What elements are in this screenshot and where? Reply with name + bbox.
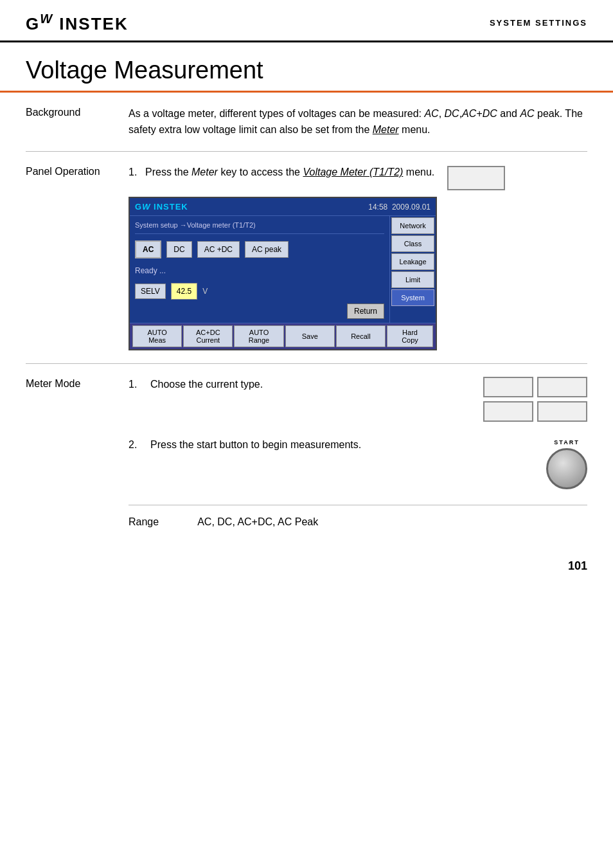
meter-mode-content: 1. Choose the current type. 2. Press the… (129, 377, 587, 534)
lcd-bot-acdc-current[interactable]: AC+DCCurrent (183, 325, 233, 347)
lcd-screen: GW INSTEK 14:58 2009.09.01 System setup … (129, 197, 437, 350)
background-label: Background (26, 105, 129, 138)
lcd-sidebar-limit[interactable]: Limit (391, 271, 434, 288)
lcd-time: 14:58 2009.09.01 (368, 201, 431, 213)
lcd-breadcrumb: System setup →Voltage meter (T1/T2) (135, 220, 384, 234)
bg-italic-ac: AC (424, 108, 438, 119)
page-title-section: Voltage Measurement (0, 42, 613, 93)
step1-underline: Voltage Meter (T1/T2) (303, 167, 403, 177)
lcd-bot-recall[interactable]: Recall (336, 325, 386, 347)
lcd-btn-ac[interactable]: AC (135, 240, 161, 258)
meter-step-2: 2. Press the start button to begin measu… (129, 437, 587, 490)
device-btn-2 (537, 377, 587, 397)
system-settings-label: SYSTEM SETTINGS (490, 18, 587, 28)
bg-italic-acdc: AC+DC (462, 108, 497, 119)
lcd-selv-row: SELV 42.5 V (135, 283, 384, 300)
step1-text1: Press the (145, 167, 191, 177)
lcd-bot-save[interactable]: Save (285, 325, 335, 347)
lcd-sidebar-leakage[interactable]: Leakage (391, 253, 434, 270)
panel-operation-row: Panel Operation 1. Press the Meter key t… (26, 152, 587, 364)
logo: GW INSTEK (26, 12, 129, 34)
background-content: As a voltage meter, different types of v… (129, 105, 587, 138)
lcd-header: GW INSTEK 14:58 2009.09.01 (130, 198, 436, 217)
lcd-sidebar-network[interactable]: Network (391, 217, 434, 234)
page-number: 101 (568, 559, 587, 573)
lcd-btn-acpeak[interactable]: AC peak (245, 241, 289, 258)
meter-step-1: 1. Choose the current type. (129, 377, 587, 422)
step1-text3: menu. (403, 167, 434, 177)
meter-step-1-row: 1. Choose the current type. (129, 377, 587, 422)
step1-italic: Meter (191, 167, 218, 177)
lcd-main: System setup →Voltage meter (T1/T2) AC D… (130, 216, 389, 323)
panel-operation-label: Panel Operation (26, 165, 129, 350)
lcd-mode-buttons: AC DC AC +DC AC peak (135, 240, 384, 258)
lcd-return-row: Return (135, 303, 384, 319)
range-label: Range (129, 514, 159, 530)
bg-text-part1: As a voltage meter, different types of v… (129, 108, 424, 119)
lcd-ready: Ready ... (135, 265, 384, 276)
meter-step1-number: 1. (129, 377, 140, 392)
device-btn-3 (483, 401, 533, 422)
start-button-container: START (546, 439, 587, 490)
bg-text-end: menu. (399, 124, 431, 135)
bg-italic-ac2: AC (520, 108, 534, 119)
device-btn-1 (483, 377, 533, 397)
background-row: Background As a voltage meter, different… (26, 93, 587, 152)
lcd-btn-acdc[interactable]: AC +DC (197, 241, 240, 258)
content-area: Background As a voltage meter, different… (0, 93, 613, 547)
bg-mid3: and (497, 108, 520, 119)
page-header: GW INSTEK SYSTEM SETTINGS (0, 0, 613, 42)
lcd-selv-button[interactable]: SELV (135, 284, 166, 299)
page-footer: 101 (0, 547, 613, 579)
bg-link-meter[interactable]: Meter (373, 124, 399, 135)
lcd-bot-auto-range[interactable]: AUTORange (234, 325, 283, 347)
start-circle-button[interactable] (546, 448, 587, 489)
range-value: AC, DC, AC+DC, AC Peak (197, 514, 318, 530)
bg-mid1: , (439, 108, 445, 119)
step1-number: 1. (129, 165, 140, 180)
lcd-sidebar-system[interactable]: System (391, 289, 434, 306)
meter-step1-text: Choose the current type. (150, 377, 466, 392)
lcd-sidebar: Network Class Leakage Limit System (389, 216, 436, 323)
lcd-bot-hard-copy[interactable]: HardCopy (387, 325, 433, 347)
lcd-selv-value: 42.5 (171, 283, 197, 300)
panel-step-1: 1. Press the Meter key to access the Vol… (129, 165, 587, 190)
range-row: Range AC, DC, AC+DC, AC Peak (129, 505, 587, 534)
lcd-body: System setup →Voltage meter (T1/T2) AC D… (130, 216, 436, 323)
meter-mode-label: Meter Mode (26, 377, 129, 534)
meter-mode-row: Meter Mode 1. Choose the current type. (26, 364, 587, 547)
panel-operation-content: 1. Press the Meter key to access the Vol… (129, 165, 587, 350)
lcd-btn-dc[interactable]: DC (166, 241, 191, 258)
lcd-bottom-bar: AUTOMeas AC+DCCurrent AUTORange Save Rec… (130, 323, 436, 349)
meter-step2-text: Press the start button to begin measurem… (150, 437, 523, 453)
step1-text: Press the Meter key to access the Voltag… (145, 165, 434, 180)
lcd-logo: GW INSTEK (135, 201, 188, 213)
start-label: START (554, 439, 579, 448)
page-title: Voltage Measurement (26, 57, 587, 84)
lcd-sidebar-class[interactable]: Class (391, 235, 434, 252)
device-button-rect (447, 166, 505, 190)
bg-italic-dc: DC (445, 108, 459, 119)
device-btn-4 (537, 401, 587, 422)
step1-text2: key to access the (218, 167, 303, 177)
device-buttons-grid (483, 377, 587, 422)
lcd-return-button[interactable]: Return (347, 303, 384, 319)
lcd-bot-auto-meas[interactable]: AUTOMeas (132, 325, 182, 347)
logo-gw: GW INSTEK (26, 14, 129, 33)
meter-step2-number: 2. (129, 437, 140, 453)
lcd-selv-unit: V (202, 285, 208, 297)
meter-step-2-row: 2. Press the start button to begin measu… (129, 437, 587, 490)
